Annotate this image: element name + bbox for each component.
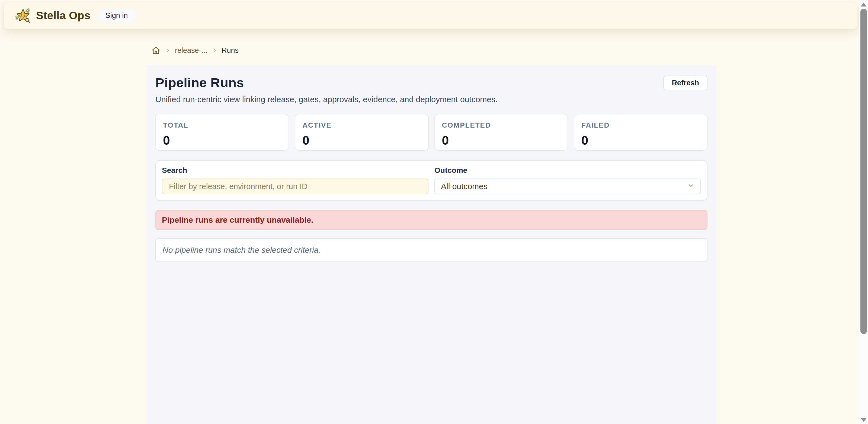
page-header-text: Pipeline Runs Unified run-centric view l… xyxy=(155,75,498,104)
stat-card-active: ACTIVE 0 xyxy=(295,114,429,151)
outcome-select-value: All outcomes xyxy=(441,182,488,191)
stat-label: TOTAL xyxy=(163,121,281,130)
search-label: Search xyxy=(162,166,429,175)
magnifier-icon xyxy=(26,18,30,23)
breadcrumb-link-release[interactable]: release-... xyxy=(175,46,208,55)
breadcrumb-current-runs: Runs xyxy=(221,46,239,55)
sign-in-button[interactable]: Sign in xyxy=(98,9,135,23)
stats-row: TOTAL 0 ACTIVE 0 COMPLETED 0 FAILED 0 xyxy=(155,114,708,151)
outcome-field: Outcome All outcomes xyxy=(434,166,701,194)
home-icon[interactable] xyxy=(151,45,161,55)
scrollbar[interactable] xyxy=(859,0,868,424)
refresh-button[interactable]: Refresh xyxy=(663,75,708,90)
main-panel: Pipeline Runs Unified run-centric view l… xyxy=(146,65,717,424)
stat-value: 0 xyxy=(302,133,421,148)
gear-icon xyxy=(16,16,19,19)
stat-value: 0 xyxy=(581,133,700,148)
stat-value: 0 xyxy=(442,133,560,148)
app-header: Stella Ops Sign in xyxy=(4,2,857,29)
stat-label: FAILED xyxy=(581,121,700,130)
outcome-label: Outcome xyxy=(434,166,701,175)
stat-card-failed: FAILED 0 xyxy=(574,114,708,151)
scroll-up-button[interactable] xyxy=(861,3,867,6)
empty-state: No pipeline runs match the selected crit… xyxy=(155,238,708,262)
stat-value: 0 xyxy=(163,133,281,148)
stat-label: ACTIVE xyxy=(302,121,421,130)
chevron-right-icon xyxy=(212,47,217,53)
star-mascot-icon xyxy=(14,7,32,24)
outcome-select[interactable]: All outcomes xyxy=(434,178,701,194)
page-header: Pipeline Runs Unified run-centric view l… xyxy=(155,75,708,104)
stat-card-total: TOTAL 0 xyxy=(155,114,289,151)
page-subtitle: Unified run-centric view linking release… xyxy=(155,95,498,104)
filter-panel: Search Outcome All outcomes xyxy=(155,160,708,201)
gear-icon xyxy=(26,9,30,12)
chevron-right-icon xyxy=(165,47,171,53)
search-input[interactable] xyxy=(162,178,429,194)
scroll-down-button[interactable] xyxy=(861,418,867,422)
error-banner: Pipeline runs are currently unavailable. xyxy=(155,210,708,230)
search-field: Search xyxy=(162,166,429,194)
stat-label: COMPLETED xyxy=(442,121,560,130)
breadcrumb: release-... Runs xyxy=(151,45,239,56)
chevron-down-icon xyxy=(687,182,694,191)
brand-title: Stella Ops xyxy=(36,9,91,22)
stat-card-completed: COMPLETED 0 xyxy=(434,114,568,151)
page-title: Pipeline Runs xyxy=(155,75,498,90)
scrollbar-thumb[interactable] xyxy=(860,9,867,334)
